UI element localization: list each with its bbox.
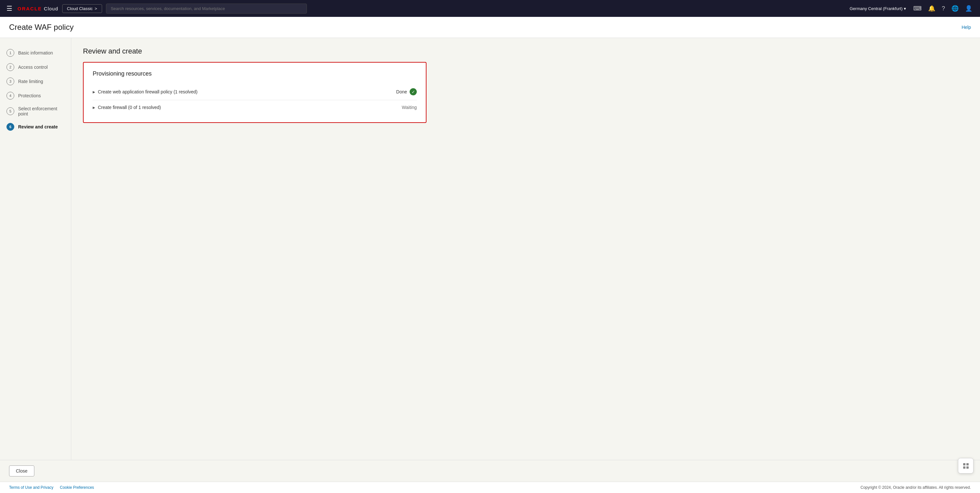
resource-firewall-label: Create firewall (0 of 1 resolved) xyxy=(98,105,161,110)
sidebar-item-select-enforcement-point-label: Select enforcement point xyxy=(18,106,65,116)
sidebar-item-review-and-create-label: Review and create xyxy=(18,124,58,129)
region-chevron-icon: ▾ xyxy=(904,6,906,11)
language-icon[interactable]: 🌐 xyxy=(949,3,961,14)
search-input[interactable] xyxy=(106,3,307,14)
close-button[interactable]: Close xyxy=(9,466,34,477)
step-6-circle: 6 xyxy=(6,123,14,131)
waf-policy-status-text: Done xyxy=(396,89,407,94)
resource-waf-policy-label: Create web application firewall policy (… xyxy=(98,89,197,94)
cloud-wordmark: Cloud xyxy=(44,6,58,11)
step-1-circle: 1 xyxy=(6,49,14,57)
firewall-status-text: Waiting xyxy=(402,105,417,110)
resource-waf-policy-status: Done ✓ xyxy=(396,88,417,95)
resource-firewall-left: ▶ Create firewall (0 of 1 resolved) xyxy=(93,105,161,110)
oracle-wordmark: ORACLE xyxy=(18,6,42,11)
step-5-circle: 5 xyxy=(6,107,14,115)
sidebar-item-review-and-create[interactable]: 6 Review and create xyxy=(0,120,71,134)
terms-of-use-link[interactable]: Terms of Use and Privacy xyxy=(9,485,54,490)
resource-waf-policy-left: ▶ Create web application firewall policy… xyxy=(93,89,197,94)
done-check-icon: ✓ xyxy=(410,88,417,95)
cloud-classic-label: Cloud Classic xyxy=(67,6,93,11)
expand-waf-policy-icon: ▶ xyxy=(93,90,95,94)
cloud-classic-chevron: > xyxy=(95,6,97,11)
section-title: Review and create xyxy=(83,47,968,56)
step-2-circle: 2 xyxy=(6,63,14,71)
sidebar-item-access-control-label: Access control xyxy=(18,65,48,70)
footer-actions: Close xyxy=(0,460,980,482)
user-profile-icon[interactable]: 👤 xyxy=(963,3,975,14)
expand-firewall-icon: ▶ xyxy=(93,106,95,109)
bottom-links: Terms of Use and Privacy Cookie Preferen… xyxy=(9,485,94,490)
oracle-logo: ORACLE Cloud xyxy=(18,6,58,11)
copyright-text: Copyright © 2024, Oracle and/or its affi… xyxy=(861,485,971,490)
sidebar-item-protections-label: Protections xyxy=(18,93,41,98)
nav-right-actions: Germany Central (Frankfurt) ▾ ⌨ 🔔 ? 🌐 👤 xyxy=(846,3,975,14)
provisioning-title: Provisioning resources xyxy=(93,70,417,77)
help-link[interactable]: Help xyxy=(961,25,971,30)
sidebar-item-basic-information-label: Basic information xyxy=(18,50,53,56)
main-layout: 1 Basic information 2 Access control 3 R… xyxy=(0,38,980,460)
sidebar-item-protections[interactable]: 4 Protections xyxy=(0,89,71,103)
region-label: Germany Central (Frankfurt) xyxy=(850,6,902,11)
content-area: Review and create Provisioning resources… xyxy=(71,38,980,460)
sidebar: 1 Basic information 2 Access control 3 R… xyxy=(0,38,71,460)
help-widget-icon xyxy=(963,463,969,469)
top-navigation: ☰ ORACLE Cloud Cloud Classic > Germany C… xyxy=(0,0,980,17)
cloud-classic-button[interactable]: Cloud Classic > xyxy=(62,4,102,13)
resource-firewall-status: Waiting xyxy=(402,105,417,110)
cookie-preferences-link[interactable]: Cookie Preferences xyxy=(60,485,94,490)
page-header: Create WAF policy Help xyxy=(0,17,980,38)
help-icon[interactable]: ? xyxy=(939,3,948,14)
code-editor-icon[interactable]: ⌨ xyxy=(911,3,924,14)
notifications-icon[interactable]: 🔔 xyxy=(926,3,938,14)
step-4-circle: 4 xyxy=(6,92,14,100)
step-3-circle: 3 xyxy=(6,78,14,85)
provisioning-box: Provisioning resources ▶ Create web appl… xyxy=(83,62,426,123)
bottom-bar: Terms of Use and Privacy Cookie Preferen… xyxy=(0,482,980,493)
resource-row-firewall[interactable]: ▶ Create firewall (0 of 1 resolved) Wait… xyxy=(93,100,417,115)
sidebar-item-access-control[interactable]: 2 Access control xyxy=(0,60,71,74)
help-widget-button[interactable] xyxy=(958,458,974,474)
resource-row-waf-policy[interactable]: ▶ Create web application firewall policy… xyxy=(93,84,417,100)
sidebar-item-basic-information[interactable]: 1 Basic information xyxy=(0,46,71,60)
page-title: Create WAF policy xyxy=(9,23,73,32)
region-selector[interactable]: Germany Central (Frankfurt) ▾ xyxy=(846,5,909,12)
hamburger-menu-icon[interactable]: ☰ xyxy=(5,3,14,14)
sidebar-item-rate-limiting-label: Rate limiting xyxy=(18,79,43,84)
sidebar-item-rate-limiting[interactable]: 3 Rate limiting xyxy=(0,74,71,89)
sidebar-item-select-enforcement-point[interactable]: 5 Select enforcement point xyxy=(0,103,71,120)
